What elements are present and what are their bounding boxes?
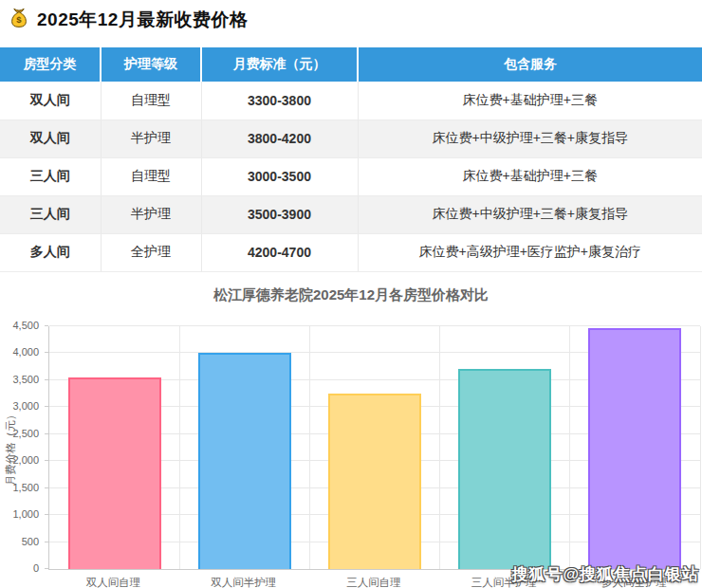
- y-tick-label: 4,000: [12, 346, 39, 358]
- y-tick-label: 4,500: [12, 320, 39, 332]
- y-tick-mark: [45, 542, 48, 542]
- monthly-fee-cell: 3500-3900: [201, 195, 358, 233]
- room-type-cell: 三人间: [0, 195, 101, 233]
- monthly-fee-cell: 3800-4200: [201, 119, 358, 157]
- y-tick-mark: [45, 406, 48, 407]
- gridline: [569, 326, 570, 569]
- table-row: 双人间 自理型 3300-3800 床位费+基础护理+三餐: [0, 82, 702, 119]
- y-tick-label: 500: [22, 536, 39, 548]
- bar-三人间半护理[interactable]: [458, 369, 551, 568]
- y-tick-mark: [45, 514, 48, 515]
- y-tick-label: 2,000: [12, 454, 39, 467]
- y-tick-mark: [45, 433, 48, 434]
- svg-text:$: $: [16, 14, 22, 25]
- gridline: [49, 325, 700, 326]
- x-tick-label: 双人间半护理: [178, 576, 308, 588]
- x-tick-label: 双人间自理: [48, 576, 178, 588]
- money-bag-icon: $: [8, 7, 30, 29]
- room-type-cell: 多人间: [0, 233, 101, 271]
- table-header-cell: 包含服务: [358, 47, 702, 82]
- room-type-cell: 双人间: [0, 82, 101, 119]
- gridline: [309, 326, 310, 569]
- y-tick-label: 1,000: [12, 508, 39, 521]
- bar-双人间自理[interactable]: [68, 377, 161, 569]
- monthly-fee-cell: 3300-3800: [201, 82, 358, 119]
- care-level-cell: 自理型: [101, 157, 201, 195]
- included-services-cell: 床位费+高级护理+医疗监护+康复治疗: [358, 233, 702, 271]
- bar-双人间半护理[interactable]: [198, 353, 291, 569]
- included-services-cell: 床位费+中级护理+三餐+康复指导: [358, 195, 702, 233]
- table-header-cell: 护理等级: [101, 47, 201, 82]
- page-title: 2025年12月最新收费价格: [37, 7, 248, 32]
- room-type-cell: 三人间: [0, 157, 101, 195]
- monthly-fee-cell: 4200-4700: [201, 233, 358, 271]
- gridline: [179, 326, 180, 569]
- care-level-cell: 全护理: [101, 233, 201, 271]
- bar-三人间自理[interactable]: [328, 394, 421, 569]
- page-header: $ 2025年12月最新收费价格: [0, 0, 702, 47]
- chart-title: 松江厚德养老院2025年12月各房型价格对比: [0, 286, 702, 304]
- y-tick-mark: [45, 352, 48, 353]
- table-row: 双人间 半护理 3800-4200 床位费+中级护理+三餐+康复指导: [0, 119, 702, 157]
- y-tick-mark: [45, 379, 48, 380]
- y-tick-label: 2,500: [12, 428, 39, 440]
- y-tick-label: 3,000: [12, 400, 39, 413]
- table-header-cell: 月费标准（元）: [201, 47, 358, 82]
- bar-多人间全护理[interactable]: [588, 328, 681, 568]
- price-comparison-chart: 松江厚德养老院2025年12月各房型价格对比 月费价格（元） 05001,000…: [0, 272, 702, 588]
- header-row: 房型分类护理等级月费标准（元）包含服务: [0, 47, 702, 82]
- monthly-fee-cell: 3000-3500: [201, 157, 358, 195]
- table-row: 三人间 自理型 3000-3500 床位费+基础护理+三餐: [0, 157, 702, 195]
- chart-plot: [48, 326, 700, 570]
- y-axis-ticks: 05001,0001,5002,0002,5003,0003,5004,0004…: [0, 326, 43, 570]
- gridline: [439, 326, 440, 569]
- care-level-cell: 自理型: [101, 82, 201, 119]
- care-level-cell: 半护理: [101, 119, 201, 157]
- sohu-watermark: 搜狐号@搜狐焦点白银站: [511, 563, 699, 585]
- gridline: [700, 326, 701, 569]
- room-type-cell: 双人间: [0, 119, 101, 157]
- y-tick-label: 3,500: [12, 374, 39, 386]
- table-header-cell: 房型分类: [0, 47, 101, 82]
- included-services-cell: 床位费+基础护理+三餐: [358, 157, 702, 195]
- y-tick-mark: [45, 568, 48, 569]
- care-level-cell: 半护理: [101, 195, 201, 233]
- y-tick-label: 0: [33, 562, 39, 575]
- x-tick-label: 三人间自理: [308, 576, 438, 588]
- included-services-cell: 床位费+基础护理+三餐: [358, 82, 702, 119]
- included-services-cell: 床位费+中级护理+三餐+康复指导: [358, 119, 702, 157]
- table-row: 多人间 全护理 4200-4700 床位费+高级护理+医疗监护+康复治疗: [0, 233, 702, 271]
- pricing-table-header: 房型分类护理等级月费标准（元）包含服务: [0, 47, 702, 82]
- table-row: 三人间 半护理 3500-3900 床位费+中级护理+三餐+康复指导: [0, 195, 702, 233]
- y-tick-mark: [45, 325, 48, 326]
- pricing-table: 房型分类护理等级月费标准（元）包含服务 双人间 自理型 3300-3800 床位…: [0, 47, 702, 272]
- y-tick-mark: [45, 460, 48, 461]
- pricing-table-body: 双人间 自理型 3300-3800 床位费+基础护理+三餐 双人间 半护理 38…: [0, 82, 702, 271]
- y-tick-mark: [45, 487, 48, 488]
- y-tick-label: 1,500: [12, 482, 39, 494]
